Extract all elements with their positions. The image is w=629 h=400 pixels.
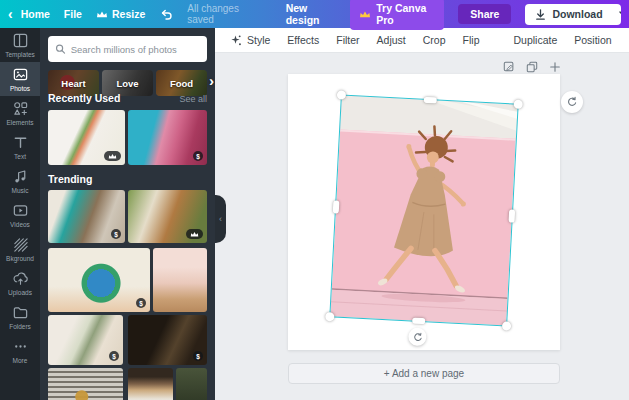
thumbnail-hand-holding-fern[interactable] (48, 110, 125, 165)
photo-content (330, 96, 517, 326)
top-bar: ‹ Home File Resize All changes saved New… (0, 0, 629, 28)
duplicate-button[interactable]: Duplicate (513, 34, 557, 46)
sidebar-item-videos[interactable]: Videos (0, 198, 40, 232)
resize-handle-top-right[interactable] (513, 100, 522, 109)
resize-label: Resize (112, 8, 145, 20)
category-row: Heart Love Food (48, 70, 207, 96)
shuffle-suggestion-button[interactable] (561, 91, 583, 113)
rotate-handle[interactable] (408, 327, 427, 346)
text-icon (12, 134, 29, 151)
resize-button[interactable]: Resize (96, 8, 145, 20)
undo-button[interactable] (159, 7, 173, 21)
rail-label: Bkground (6, 255, 34, 262)
undo-icon (159, 7, 173, 21)
thumbnail-hands-holding-globe[interactable]: $ (48, 248, 150, 312)
canvas-area[interactable]: ‹ (215, 53, 629, 400)
save-status: All changes saved (187, 3, 257, 25)
rail-label: Templates (5, 51, 35, 58)
category-label: Love (102, 70, 153, 96)
category-food[interactable]: Food (156, 70, 207, 96)
photo-search-box (48, 36, 207, 62)
resize-handle-bottom-left[interactable] (325, 312, 334, 321)
try-canva-pro-button[interactable]: Try Canva Pro (350, 0, 444, 30)
thumbnail-chef-in-apron[interactable] (128, 368, 173, 400)
position-button[interactable]: Position (574, 34, 611, 46)
adjust-button[interactable]: Adjust (377, 34, 406, 46)
paid-badge: $ (109, 351, 119, 361)
sidebar-item-text[interactable]: Text (0, 130, 40, 164)
crown-icon (108, 153, 117, 159)
category-label: Heart (48, 70, 99, 96)
category-label: Food (156, 70, 207, 96)
pro-badge (104, 151, 121, 161)
resize-handle-bottom-right[interactable] (502, 321, 511, 330)
paid-badge: $ (111, 229, 121, 239)
videos-icon (12, 202, 29, 219)
categories-next-chevron[interactable]: › (209, 72, 214, 89)
background-icon (12, 236, 29, 253)
design-page[interactable] (288, 74, 560, 350)
back-chevron-icon[interactable]: ‹ (8, 6, 13, 22)
sidebar-item-more[interactable]: More (0, 334, 40, 368)
thumbnail-girl-long-hair[interactable] (153, 248, 207, 312)
thumbnail-window-blinds[interactable] (48, 368, 123, 400)
plus-icon (549, 61, 561, 73)
sidebar-item-uploads[interactable]: Uploads (0, 266, 40, 300)
download-label: Download (552, 8, 602, 20)
thumbnail-woman-with-pink-flowers[interactable]: $ (128, 110, 207, 165)
share-button[interactable]: Share (458, 4, 511, 24)
new-design-button[interactable]: New design (286, 2, 337, 26)
sidebar-item-folders[interactable]: Folders (0, 300, 40, 334)
sidebar-item-templates[interactable]: Templates (0, 28, 40, 62)
sidebar-item-music[interactable]: Music (0, 164, 40, 198)
rail-label: Text (14, 153, 26, 160)
folder-icon (12, 304, 29, 321)
category-love[interactable]: Love (102, 70, 153, 96)
rail-label: Music (12, 187, 29, 194)
filter-button[interactable]: Filter (336, 34, 359, 46)
crown-icon (190, 231, 199, 237)
thumbnail-green-foliage[interactable] (176, 368, 207, 400)
file-menu-button[interactable]: File (64, 8, 82, 20)
panel-collapse-tab[interactable]: ‹ (215, 195, 226, 243)
style-button[interactable]: Style (229, 34, 270, 47)
rail-label: Folders (9, 323, 31, 330)
thumbnail-outdoor-family-dinner[interactable] (128, 190, 207, 243)
resize-handle-left[interactable] (333, 200, 340, 213)
search-icon (55, 43, 66, 55)
photos-icon (12, 66, 29, 83)
sidebar-item-elements[interactable]: Elements (0, 96, 40, 130)
flip-button[interactable]: Flip (463, 34, 480, 46)
home-button[interactable]: Home (21, 8, 50, 20)
editor-main: Style Effects Filter Adjust Crop Flip Du… (215, 28, 629, 400)
trending-header: Trending (48, 173, 207, 185)
resize-handle-right[interactable] (509, 209, 516, 222)
thumbnail-kitchen-sink[interactable]: $ (48, 315, 123, 365)
paid-badge: $ (136, 298, 146, 308)
rail-label: Videos (10, 221, 30, 228)
effects-button[interactable]: Effects (287, 34, 319, 46)
add-new-page-button[interactable]: + Add a new page (288, 363, 560, 384)
resize-handle-top[interactable] (424, 97, 437, 104)
sidebar-item-background[interactable]: Bkground (0, 232, 40, 266)
duplicate-page-icon (526, 61, 538, 73)
crown-icon (96, 8, 108, 20)
add-page-icon-button[interactable] (549, 61, 561, 73)
thumbnail-person-by-fireplace[interactable]: $ (128, 315, 207, 365)
chevron-down-icon (619, 11, 621, 17)
search-input[interactable] (71, 44, 200, 55)
download-button-group: Download (525, 4, 621, 25)
resize-handle-bottom[interactable] (412, 318, 425, 325)
download-options-button[interactable] (612, 4, 621, 25)
download-button[interactable]: Download (525, 4, 611, 25)
more-dots-icon (12, 338, 29, 355)
notes-icon (503, 61, 515, 73)
download-icon (534, 8, 547, 21)
category-heart[interactable]: Heart (48, 70, 99, 96)
selected-photo-woman-jumping[interactable] (330, 96, 517, 326)
thumbnail-man-exercising[interactable]: $ (48, 190, 125, 243)
duplicate-page-button[interactable] (526, 61, 538, 73)
crop-button[interactable]: Crop (423, 34, 446, 46)
page-notes-button[interactable] (503, 61, 515, 73)
sidebar-item-photos[interactable]: Photos (0, 62, 40, 96)
